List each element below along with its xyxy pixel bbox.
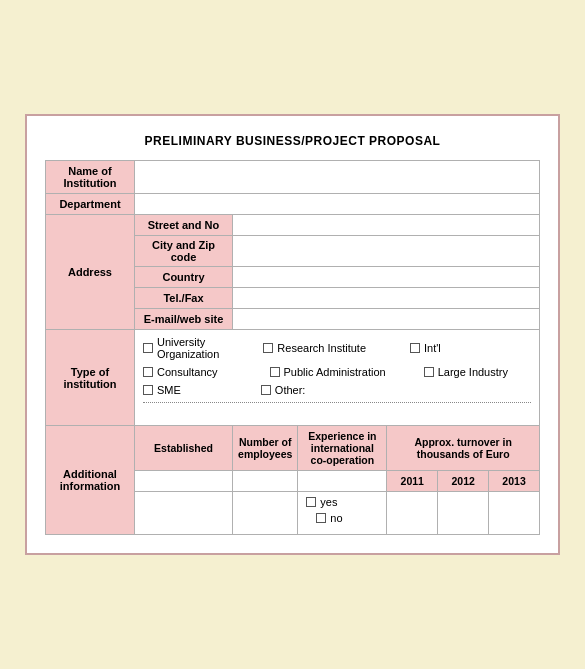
research-option[interactable]: Research Institute: [263, 342, 366, 354]
page-title: PRELIMINARY BUSINESS/PROJECT PROPOSAL: [45, 134, 540, 148]
other-option[interactable]: Other:: [261, 384, 306, 396]
yes-label: yes: [320, 496, 337, 508]
public-admin-option[interactable]: Public Administration: [270, 366, 386, 378]
telfax-value[interactable]: [233, 288, 540, 309]
established-input[interactable]: [134, 492, 232, 535]
university-checkbox[interactable]: [143, 343, 153, 353]
yes-no-cell: yes no: [298, 492, 387, 535]
yes-checkbox[interactable]: [306, 497, 316, 507]
large-industry-label: Large Industry: [438, 366, 508, 378]
name-institution-label: Name ofInstitution: [46, 161, 135, 194]
other-text-area: [143, 407, 531, 419]
turnover-2013[interactable]: [489, 492, 540, 535]
department-row: Department: [46, 194, 540, 215]
sme-checkbox[interactable]: [143, 385, 153, 395]
yes-no-options: yes no: [306, 496, 378, 524]
type-institution-label: Type ofinstitution: [46, 330, 135, 426]
country-label: Country: [134, 267, 232, 288]
country-value[interactable]: [233, 267, 540, 288]
university-option[interactable]: UniversityOrganization: [143, 336, 219, 360]
dotted-separator: [143, 402, 531, 403]
type-institution-options: UniversityOrganization Research Institut…: [134, 330, 539, 426]
established-value[interactable]: [134, 471, 232, 492]
yes-option[interactable]: yes: [306, 496, 337, 508]
email-value[interactable]: [233, 309, 540, 330]
sme-option[interactable]: SME: [143, 384, 181, 396]
type-options-row1: UniversityOrganization Research Institut…: [143, 336, 531, 360]
type-options-row2: Consultancy Public Administration Large …: [143, 366, 531, 378]
consultancy-checkbox[interactable]: [143, 367, 153, 377]
year-2011-header: 2011: [387, 471, 438, 492]
name-institution-value[interactable]: [134, 161, 539, 194]
department-label: Department: [46, 194, 135, 215]
consultancy-option[interactable]: Consultancy: [143, 366, 218, 378]
year-2013-header: 2013: [489, 471, 540, 492]
other-label: Other:: [275, 384, 306, 396]
employees-value[interactable]: [233, 471, 298, 492]
address-row: Address Street and No: [46, 215, 540, 236]
turnover-2011[interactable]: [387, 492, 438, 535]
email-label: E-mail/web site: [134, 309, 232, 330]
sme-label: SME: [157, 384, 181, 396]
form-table: Name ofInstitution Department Address St…: [45, 160, 540, 535]
research-checkbox[interactable]: [263, 343, 273, 353]
public-admin-checkbox[interactable]: [270, 367, 280, 377]
research-label: Research Institute: [277, 342, 366, 354]
no-checkbox[interactable]: [316, 513, 326, 523]
employees-input[interactable]: [233, 492, 298, 535]
public-admin-label: Public Administration: [284, 366, 386, 378]
turnover-2012[interactable]: [438, 492, 489, 535]
university-label: UniversityOrganization: [157, 336, 219, 360]
telfax-label: Tel./Fax: [134, 288, 232, 309]
experience-header: Experience in international co-operation: [298, 426, 387, 471]
year-2012-header: 2012: [438, 471, 489, 492]
intl-option[interactable]: Int'l: [410, 342, 441, 354]
street-value[interactable]: [233, 215, 540, 236]
no-option[interactable]: no: [316, 512, 342, 524]
address-label: Address: [46, 215, 135, 330]
num-employees-header: Number of employees: [233, 426, 298, 471]
other-checkbox[interactable]: [261, 385, 271, 395]
no-label: no: [330, 512, 342, 524]
experience-value[interactable]: [298, 471, 387, 492]
type-institution-row: Type ofinstitution UniversityOrganizatio…: [46, 330, 540, 426]
type-options-row3: SME Other:: [143, 384, 531, 396]
name-institution-row: Name ofInstitution: [46, 161, 540, 194]
turnover-header: Approx. turnover in thousands of Euro: [387, 426, 540, 471]
large-industry-option[interactable]: Large Industry: [424, 366, 508, 378]
street-label: Street and No: [134, 215, 232, 236]
additional-header-row: Additionalinformation Established Number…: [46, 426, 540, 471]
large-industry-checkbox[interactable]: [424, 367, 434, 377]
intl-label: Int'l: [424, 342, 441, 354]
intl-checkbox[interactable]: [410, 343, 420, 353]
additional-info-label: Additionalinformation: [46, 426, 135, 535]
city-zip-value[interactable]: [233, 236, 540, 267]
consultancy-label: Consultancy: [157, 366, 218, 378]
department-value[interactable]: [134, 194, 539, 215]
established-header: Established: [134, 426, 232, 471]
page-container: PRELIMINARY BUSINESS/PROJECT PROPOSAL Na…: [25, 114, 560, 555]
city-zip-label: City and Zip code: [134, 236, 232, 267]
